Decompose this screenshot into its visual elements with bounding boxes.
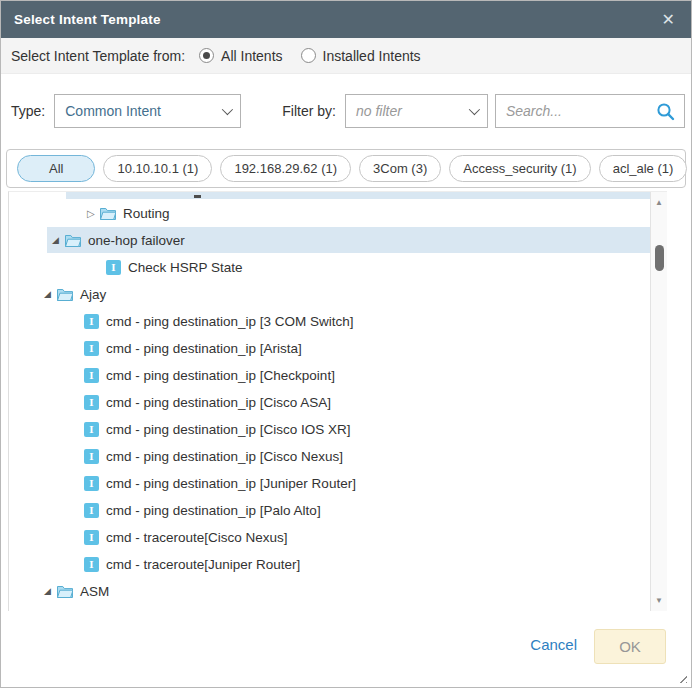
device-chip[interactable]: acl_ale (1) (599, 155, 688, 182)
clipped-tree-row[interactable] (9, 192, 650, 200)
tree-row[interactable]: ◢ ▷ I cmd - ping destination_ip [Cisco N… (9, 443, 650, 470)
folder-icon (65, 234, 81, 247)
intent-icon: I (84, 503, 99, 518)
radio-option-label: Installed Intents (323, 48, 421, 64)
collapse-arrow-icon[interactable]: ▷ (87, 209, 100, 219)
tree-row-label: Check HSRP State (128, 260, 243, 275)
select-intent-template-dialog: Select Intent Template ✕ Select Intent T… (0, 0, 692, 688)
radio-option-label: All Intents (221, 48, 282, 64)
filter-select[interactable]: no filter (345, 94, 488, 128)
clipped-row-highlight (66, 192, 650, 199)
dialog-titlebar: Select Intent Template ✕ (1, 1, 691, 38)
ok-button[interactable]: OK (594, 629, 666, 664)
intent-icon: I (84, 449, 99, 464)
dialog-title: Select Intent Template (14, 12, 161, 27)
folder-icon (57, 585, 73, 598)
intent-tree: ◢ ▷ I Routing ◢ ▷ (9, 192, 650, 605)
resize-grip[interactable] (676, 672, 687, 683)
intent-icon: I (84, 530, 99, 545)
tree-row[interactable]: ◢ ▷ I Check HSRP State (9, 254, 650, 281)
tree-row-label: cmd - ping destination_ip [Cisco IOS XR] (106, 422, 351, 437)
expand-arrow-icon[interactable]: ◢ (44, 290, 57, 299)
type-label: Type: (11, 103, 45, 119)
type-select-value: Common Intent (65, 103, 161, 119)
filter-controls-row: Type: Common Intent Filter by: no filter (11, 94, 685, 128)
scroll-down-icon[interactable]: ▼ (651, 597, 667, 605)
scrollbar-thumb[interactable] (655, 245, 664, 271)
filter-by-label: Filter by: (282, 103, 336, 119)
radio-option[interactable]: Installed Intents (301, 48, 421, 64)
chevron-down-icon (222, 104, 233, 115)
device-chip[interactable]: All (17, 155, 95, 182)
device-chips: All 10.10.10.1 (1) 192.168.29.62 (1) 3Co… (17, 155, 687, 182)
intent-icon: I (84, 476, 99, 491)
tree-row[interactable]: ◢ ▷ I cmd - ping destination_ip [Cisco I… (9, 416, 650, 443)
search-box (495, 94, 685, 128)
radio-option[interactable]: All Intents (199, 48, 282, 64)
tree-row[interactable]: ◢ ▷ I ASM (9, 578, 650, 605)
intent-source-label: Select Intent Template from: (11, 48, 185, 64)
tree-row-label: Ajay (80, 287, 106, 302)
expand-arrow-icon[interactable]: ◢ (44, 587, 57, 596)
scroll-up-icon[interactable]: ▲ (651, 199, 667, 207)
tree-row[interactable]: ◢ ▷ I cmd - ping destination_ip [Juniper… (9, 470, 650, 497)
intent-icon: I (84, 314, 99, 329)
radio-dot (203, 52, 210, 59)
dialog-footer: Cancel OK (1, 611, 691, 687)
tree-row-label: one-hop failover (88, 233, 185, 248)
tree-row[interactable]: ◢ ▷ I Ajay (9, 281, 650, 308)
expand-arrow-icon[interactable]: ◢ (52, 236, 65, 245)
tree-row[interactable]: ◢ ▷ I one-hop failover (9, 227, 650, 254)
tree-rows: ◢ ▷ I Routing ◢ ▷ (9, 200, 650, 605)
close-icon[interactable]: ✕ (659, 10, 678, 30)
tree-row-label: cmd - ping destination_ip [3 COM Switch] (106, 314, 354, 329)
intent-icon: I (84, 368, 99, 383)
tree-row-label: cmd - traceroute[Cisco Nexus] (106, 530, 288, 545)
tree-row-label: cmd - ping destination_ip [Checkpoint] (106, 368, 335, 383)
intent-icon: I (84, 557, 99, 572)
tree-row-label: cmd - ping destination_ip [Palo Alto] (106, 503, 321, 518)
intent-source-row: Select Intent Template from: All Intents… (1, 38, 691, 74)
intent-icon: I (106, 260, 121, 275)
tree-row-label: cmd - ping destination_ip [Juniper Route… (106, 476, 356, 491)
intent-icon: I (84, 395, 99, 410)
tree-row[interactable]: ◢ ▷ I cmd - ping destination_ip [3 COM S… (9, 308, 650, 335)
tree-row-label: cmd - ping destination_ip [Cisco ASA] (106, 395, 331, 410)
tree-row[interactable]: ◢ ▷ I cmd - traceroute[Cisco Nexus] (9, 524, 650, 551)
intent-icon: I (84, 422, 99, 437)
type-select[interactable]: Common Intent (54, 94, 241, 128)
tree-scrollbar[interactable]: ▲ ▼ (650, 192, 667, 612)
tree-row[interactable]: ◢ ▷ I cmd - traceroute[Juniper Router] (9, 551, 650, 578)
tree-row-label: cmd - ping destination_ip [Cisco Nexus] (106, 449, 343, 464)
cancel-button[interactable]: Cancel (530, 636, 577, 653)
tree-row[interactable]: ◢ ▷ I cmd - ping destination_ip [Cisco A… (9, 389, 650, 416)
tree-row[interactable]: ◢ ▷ I cmd - ping destination_ip [Palo Al… (9, 497, 650, 524)
device-chips-bar: All 10.10.10.1 (1) 192.168.29.62 (1) 3Co… (6, 149, 686, 188)
intent-icon: I (84, 341, 99, 356)
folder-icon (57, 288, 73, 301)
tree-row-label: Routing (123, 206, 170, 221)
tree-row-label: cmd - traceroute[Juniper Router] (106, 557, 300, 572)
tree-row-label: ASM (80, 584, 109, 599)
tree-row[interactable]: ◢ ▷ I cmd - ping destination_ip [Arista] (9, 335, 650, 362)
tree-row[interactable]: ◢ ▷ I cmd - ping destination_ip [Checkpo… (9, 362, 650, 389)
filter-select-value: no filter (356, 103, 402, 119)
folder-icon (100, 207, 116, 220)
tree-row[interactable]: ◢ ▷ I Routing (9, 200, 650, 227)
device-chip[interactable]: Access_security (1) (449, 155, 590, 182)
radio-icon (301, 48, 316, 63)
chevron-down-icon (469, 104, 480, 115)
device-chip[interactable]: 10.10.10.1 (1) (103, 155, 212, 182)
clipped-row-text-fragment (194, 195, 201, 198)
radio-icon (199, 48, 214, 63)
intent-source-options: All Intents Installed Intents (199, 48, 439, 64)
device-chip[interactable]: 192.168.29.62 (1) (220, 155, 351, 182)
search-icon[interactable] (656, 102, 675, 121)
intent-tree-panel: ◢ ▷ I Routing ◢ ▷ (8, 191, 667, 613)
tree-row-label: cmd - ping destination_ip [Arista] (106, 341, 302, 356)
device-chip[interactable]: 3Com (3) (359, 155, 441, 182)
